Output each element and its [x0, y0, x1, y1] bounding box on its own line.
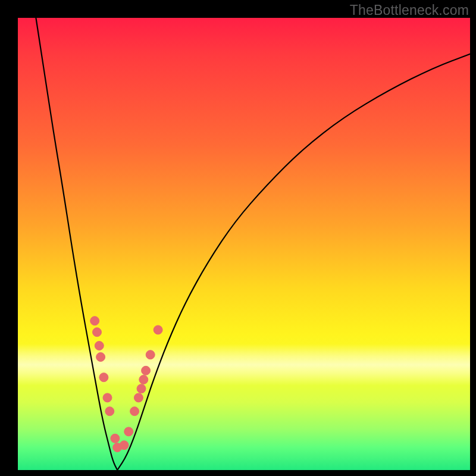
data-marker [90, 317, 99, 325]
curve-svg [18, 18, 470, 470]
curve-lines [36, 18, 470, 470]
data-marker [154, 325, 162, 334]
data-marker [139, 375, 148, 384]
left-branch-path [36, 18, 117, 470]
watermark-text: TheBottleneck.com [350, 2, 469, 18]
data-marker [93, 328, 102, 337]
data-marker [96, 353, 105, 362]
data-marker [105, 407, 114, 416]
data-marker [95, 342, 104, 350]
data-marker [124, 427, 133, 436]
data-marker [120, 441, 129, 450]
data-marker [142, 366, 151, 375]
data-marker [146, 350, 155, 359]
plot-area [18, 18, 470, 470]
chart-frame: TheBottleneck.com [0, 0, 476, 476]
data-marker [137, 384, 146, 393]
data-marker [111, 434, 120, 443]
right-branch-path [117, 54, 470, 470]
data-marker [103, 393, 112, 402]
data-marker [130, 407, 139, 416]
data-marker [134, 393, 143, 402]
data-marker [99, 373, 108, 382]
